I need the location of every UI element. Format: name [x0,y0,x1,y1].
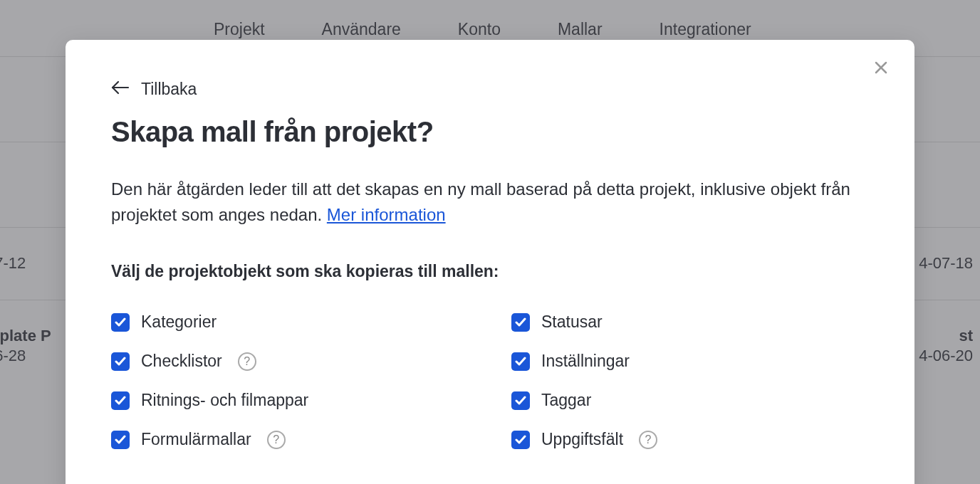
modal-title: Skapa mall från projekt? [111,116,869,148]
modal-description-text: Den här åtgärden leder till att det skap… [111,179,850,224]
close-icon [873,60,889,78]
option-label: Kategorier [141,312,217,332]
option-label: Statusar [541,312,603,332]
more-info-link[interactable]: Mer information [327,205,446,224]
checkbox-checked-icon [111,431,130,449]
option-formularmallar[interactable]: Formulärmallar ? [111,430,469,449]
option-label: Uppgiftsfält [541,430,623,449]
checkbox-checked-icon [511,313,530,332]
option-statusar[interactable]: Statusar [511,312,869,332]
options-column-right: Statusar Inställningar Taggar Uppgiftsfä… [511,312,869,449]
modal-description: Den här åtgärden leder till att det skap… [111,177,869,228]
options-column-left: Kategorier Checklistor ? Ritnings- och f… [111,312,469,449]
arrow-left-icon [111,80,130,99]
back-button[interactable]: Tillbaka [111,80,197,99]
option-label: Taggar [541,391,591,410]
checkbox-checked-icon [511,352,530,371]
checkbox-checked-icon [111,391,130,410]
section-label: Välj de projektobjekt som ska kopieras t… [111,262,869,281]
checkbox-checked-icon [111,313,130,332]
checkbox-checked-icon [511,431,530,449]
help-icon[interactable]: ? [238,352,256,371]
option-checklistor[interactable]: Checklistor ? [111,352,469,371]
options-grid: Kategorier Checklistor ? Ritnings- och f… [111,312,869,449]
checkbox-checked-icon [111,352,130,371]
checkbox-checked-icon [511,391,530,410]
option-kategorier[interactable]: Kategorier [111,312,469,332]
option-taggar[interactable]: Taggar [511,391,869,410]
create-template-modal: Tillbaka Skapa mall från projekt? Den hä… [66,40,914,484]
help-icon[interactable]: ? [639,431,657,449]
option-uppgiftsfalt[interactable]: Uppgiftsfält ? [511,430,869,449]
option-ritnings-filmappar[interactable]: Ritnings- och filmappar [111,391,469,410]
back-label: Tillbaka [141,80,197,99]
option-installningar[interactable]: Inställningar [511,352,869,371]
option-label: Checklistor [141,352,222,371]
option-label: Inställningar [541,352,630,371]
close-button[interactable] [873,60,889,78]
help-icon[interactable]: ? [267,431,286,449]
option-label: Ritnings- och filmappar [141,391,308,410]
option-label: Formulärmallar [141,430,251,449]
